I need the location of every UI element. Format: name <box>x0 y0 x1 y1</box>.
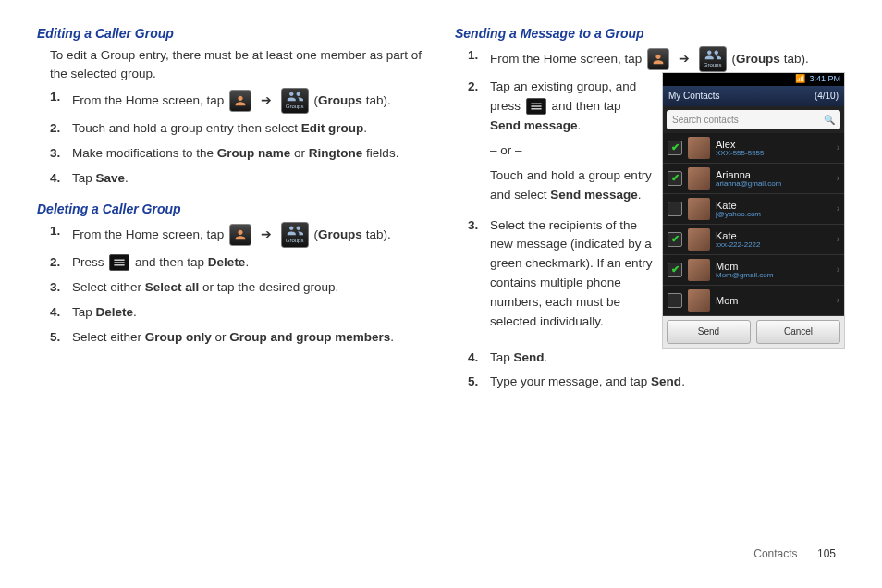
contact-name: Alex <box>716 139 837 150</box>
page-columns: Editing a Caller Group To edit a Group e… <box>37 26 845 398</box>
contact-name: Kate <box>716 230 837 241</box>
svg-rect-0 <box>115 260 125 261</box>
heading-deleting: Deleting a Caller Group <box>37 202 427 216</box>
avatar <box>688 228 710 251</box>
menu-icon <box>109 254 129 271</box>
footer-section: Contacts <box>753 547 797 560</box>
svg-rect-1 <box>115 263 125 263</box>
groups-icon: Groups <box>699 46 727 72</box>
editing-step-4: 4.Tap Save. <box>72 169 427 189</box>
contact-checkbox[interactable] <box>668 263 682 277</box>
contact-detail: Mom@gmail.com <box>716 272 837 280</box>
heading-sending: Sending a Message to a Group <box>455 26 845 41</box>
contact-checkbox[interactable] <box>668 202 682 216</box>
chevron-right-icon: › <box>837 141 839 155</box>
chevron-right-icon: › <box>837 232 839 247</box>
avatar <box>688 137 710 159</box>
contact-detail: j@yahoo.com <box>716 211 837 219</box>
phone-status-bar: 📶 3:41 PM <box>663 73 844 86</box>
contact-detail: XXX-555-5555 <box>716 150 837 158</box>
search-icon: 🔍 <box>824 113 835 128</box>
left-column: Editing a Caller Group To edit a Group e… <box>37 26 427 398</box>
arrow-icon: ➔ <box>679 51 690 66</box>
editing-step-2: 2.Touch and hold a group entry then sele… <box>72 119 427 139</box>
deleting-step-5: 5.Select either Group only or Group and … <box>72 328 427 348</box>
contact-row[interactable]: Mom› <box>663 286 844 316</box>
contact-row[interactable]: MomMom@gmail.com› <box>663 255 844 286</box>
contact-row[interactable]: Katej@yahoo.com› <box>663 194 844 225</box>
groups-icon: Groups <box>281 88 309 114</box>
contact-detail: arianna@gmail.com <box>716 180 837 189</box>
phone-header: My Contacts (4/10) <box>663 86 844 106</box>
search-contacts-input[interactable]: Search contacts 🔍 <box>667 110 840 130</box>
sending-step-3: 3. Select the recipients of the new mess… <box>490 216 653 333</box>
contact-name: Arianna <box>716 169 837 180</box>
contact-detail: xxx-222-2222 <box>716 241 837 250</box>
deleting-step-4: 4.Tap Delete. <box>72 303 427 323</box>
svg-rect-2 <box>115 264 125 265</box>
chevron-right-icon: › <box>837 202 839 216</box>
arrow-icon: ➔ <box>261 227 272 241</box>
contact-name: Kate <box>716 200 837 211</box>
avatar <box>688 198 710 220</box>
editing-intro: To edit a Group entry, there must be at … <box>37 46 427 82</box>
phone-search-bar: Search contacts 🔍 <box>663 106 844 134</box>
phone-cancel-button[interactable]: Cancel <box>756 320 840 344</box>
sending-step-2-3-wrap: 2. Tap an existing group, and press and … <box>490 78 845 349</box>
svg-rect-5 <box>531 108 541 109</box>
heading-editing: Editing a Caller Group <box>37 26 427 41</box>
contact-checkbox[interactable] <box>668 232 682 247</box>
contact-checkbox[interactable] <box>668 171 682 186</box>
groups-icon: Groups <box>281 222 309 248</box>
phone-screenshot: 📶 3:41 PM My Contacts (4/10) Search cont… <box>662 72 845 349</box>
contact-icon <box>229 224 251 246</box>
deleting-step-2: 2. Press and then tap Delete. <box>72 253 427 273</box>
arrow-icon: ➔ <box>261 92 272 107</box>
contact-icon <box>647 48 669 70</box>
deleting-step-1: 1. From the Home screen, tap ➔ Groups (G… <box>72 222 427 248</box>
right-column: Sending a Message to a Group 1. From the… <box>455 26 845 398</box>
phone-contact-list: AlexXXX-555-5555›Ariannaarianna@gmail.co… <box>663 133 844 316</box>
contact-icon <box>229 90 251 112</box>
phone-send-button[interactable]: Send <box>667 320 751 344</box>
deleting-steps: 1. From the Home screen, tap ➔ Groups (G… <box>37 222 427 348</box>
footer-page-number: 105 <box>817 547 836 560</box>
sending-step-2: 2. Tap an existing group, and press and … <box>490 78 653 205</box>
sending-step-4: 4.Tap Send. <box>490 349 845 368</box>
avatar <box>688 289 710 312</box>
svg-rect-4 <box>531 106 541 107</box>
editing-step-3: 3.Make modifications to the Group name o… <box>72 144 427 164</box>
contact-row[interactable]: AlexXXX-555-5555› <box>663 133 844 164</box>
chevron-right-icon: › <box>837 293 839 308</box>
contact-checkbox[interactable] <box>668 141 682 155</box>
contact-name: Mom <box>716 295 837 306</box>
avatar <box>688 167 710 190</box>
sending-step-1: 1. From the Home screen, tap ➔ Groups (G… <box>490 46 845 72</box>
sending-steps: 1. From the Home screen, tap ➔ Groups (G… <box>455 46 845 392</box>
contact-name: Mom <box>716 261 837 272</box>
sending-step-5: 5.Type your message, and tap Send. <box>490 373 845 392</box>
contact-row[interactable]: Ariannaarianna@gmail.com› <box>663 164 844 194</box>
chevron-right-icon: › <box>837 263 839 277</box>
svg-rect-3 <box>531 104 541 104</box>
contact-row[interactable]: Katexxx-222-2222› <box>663 225 844 255</box>
editing-steps: 1. From the Home screen, tap ➔ Groups (G… <box>37 88 427 189</box>
phone-buttons: Send Cancel <box>663 316 844 348</box>
menu-icon <box>526 98 546 115</box>
chevron-right-icon: › <box>837 171 839 186</box>
avatar <box>688 259 710 281</box>
deleting-step-3: 3.Select either Select all or tap the de… <box>72 278 427 298</box>
contact-checkbox[interactable] <box>668 293 682 308</box>
page-footer: Contacts 105 <box>753 547 836 560</box>
editing-step-1: 1. From the Home screen, tap ➔ Groups (G… <box>72 88 427 114</box>
signal-icon: 📶 <box>795 73 805 86</box>
